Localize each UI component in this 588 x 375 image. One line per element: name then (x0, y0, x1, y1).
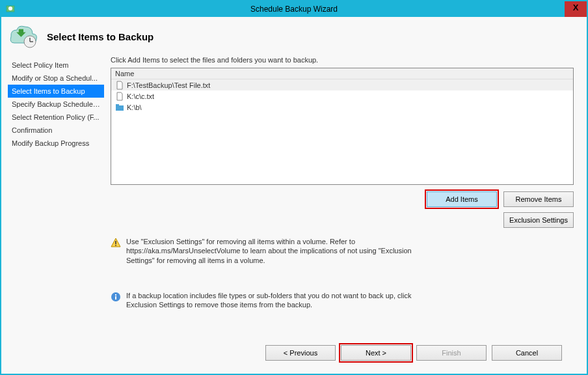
item-buttons-row: Add Items Remove Items (111, 191, 574, 207)
titlebar: Schedule Backup Wizard X (1, 1, 587, 17)
wizard-footer: < Previous Next > Finish Cancel (111, 339, 574, 367)
svg-rect-7 (115, 241, 116, 244)
list-item[interactable]: F:\TestBackup\Test File.txt (111, 79, 573, 90)
info-icon (111, 292, 121, 302)
exclusion-row: Exclusion Settings (111, 212, 574, 228)
app-icon (5, 3, 16, 14)
list-item-label: F:\TestBackup\Test File.txt (127, 81, 210, 89)
info-block: If a backup location includes file types… (111, 291, 574, 310)
sidebar-item-select-items[interactable]: Select Items to Backup (8, 85, 104, 98)
list-item[interactable]: K:\b\ (111, 102, 573, 113)
wizard-sidebar: Select Policy Item Modify or Stop a Sche… (8, 56, 104, 367)
instruction-text: Click Add Items to select the files and … (111, 56, 574, 64)
svg-point-1 (8, 7, 12, 10)
list-body: F:\TestBackup\Test File.txt K:\c\c.txt (111, 79, 573, 184)
sidebar-item-modify-progress[interactable]: Modify Backup Progress (8, 137, 104, 150)
wizard-window: Schedule Backup Wizard X Select Items to… (0, 0, 588, 375)
sidebar-item-select-policy[interactable]: Select Policy Item (8, 59, 104, 72)
remove-items-button[interactable]: Remove Items (503, 191, 574, 207)
file-icon (115, 92, 124, 101)
warning-block: Use "Exclusion Settings" for removing al… (111, 237, 574, 265)
items-listbox[interactable]: Name F:\TestBackup\Test File.txt (111, 68, 574, 185)
sidebar-item-modify-stop[interactable]: Modify or Stop a Schedul... (8, 72, 104, 85)
list-header-name: Name (111, 68, 573, 79)
list-item[interactable]: K:\c\c.txt (111, 90, 573, 102)
exclusion-settings-button[interactable]: Exclusion Settings (503, 212, 574, 228)
svg-rect-6 (116, 104, 119, 106)
cancel-button[interactable]: Cancel (492, 345, 562, 361)
svg-rect-10 (115, 296, 116, 299)
page-title: Select Items to Backup (47, 31, 154, 42)
list-item-label: K:\b\ (127, 104, 142, 111)
body-row: Select Policy Item Modify or Stop a Sche… (8, 56, 580, 367)
add-items-button[interactable]: Add Items (427, 191, 497, 207)
file-icon (115, 81, 124, 90)
finish-button: Finish (416, 345, 487, 361)
wizard-icon (8, 23, 39, 49)
content-area: Select Items to Backup Select Policy Ite… (1, 17, 587, 374)
warning-icon (111, 238, 121, 248)
info-text: If a backup location includes file types… (126, 291, 412, 310)
close-button[interactable]: X (565, 1, 587, 17)
sidebar-item-confirmation[interactable]: Confirmation (8, 124, 104, 137)
window-title: Schedule Backup Wizard (250, 5, 338, 14)
svg-rect-5 (116, 105, 124, 111)
folder-icon (115, 103, 124, 112)
sidebar-item-specify-schedule[interactable]: Specify Backup Schedule ... (8, 98, 104, 111)
sidebar-item-retention-policy[interactable]: Select Retention Policy (F... (8, 111, 104, 124)
svg-rect-11 (115, 294, 116, 296)
page-header: Select Items to Backup (8, 23, 580, 49)
next-button[interactable]: Next > (341, 345, 411, 361)
svg-rect-8 (115, 245, 116, 246)
previous-button[interactable]: < Previous (265, 345, 336, 361)
list-item-label: K:\c\c.txt (127, 92, 154, 100)
main-panel: Click Add Items to select the files and … (104, 56, 580, 367)
warning-text: Use "Exclusion Settings" for removing al… (126, 237, 412, 265)
